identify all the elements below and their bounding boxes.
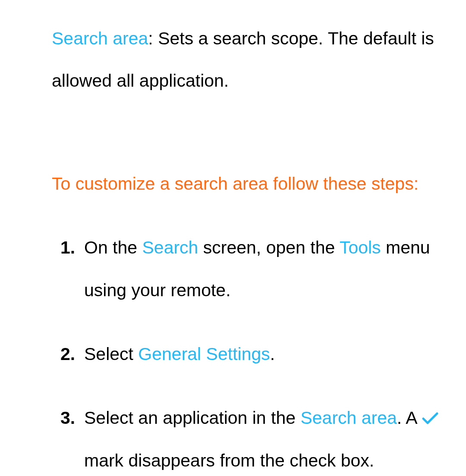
step2-part-c: . bbox=[270, 344, 275, 364]
step2-part-a: Select bbox=[84, 344, 138, 364]
step3-part-c: . A bbox=[397, 408, 422, 428]
intro-paragraph: Search area: Sets a search scope. The de… bbox=[52, 17, 444, 102]
step-1: On the Search screen, open the Tools men… bbox=[60, 226, 444, 311]
step1-part-a: On the bbox=[84, 238, 142, 257]
term-search-area: Search area bbox=[52, 28, 148, 48]
step1-part-c: screen, open the bbox=[198, 238, 339, 257]
check-icon bbox=[422, 398, 439, 413]
term-search: Search bbox=[142, 238, 198, 257]
step3-part-d: mark disappears from the check box. bbox=[84, 451, 374, 470]
term-tools: Tools bbox=[340, 238, 381, 257]
step-2: Select General Settings. bbox=[60, 333, 444, 375]
steps-heading: To customize a search area follow these … bbox=[52, 163, 444, 205]
step-3: Select an application in the Search area… bbox=[60, 397, 444, 476]
steps-list: On the Search screen, open the Tools men… bbox=[52, 226, 444, 476]
step3-part-a: Select an application in the bbox=[84, 408, 300, 428]
term-search-area-2: Search area bbox=[300, 408, 397, 428]
term-general-settings: General Settings bbox=[138, 344, 270, 364]
